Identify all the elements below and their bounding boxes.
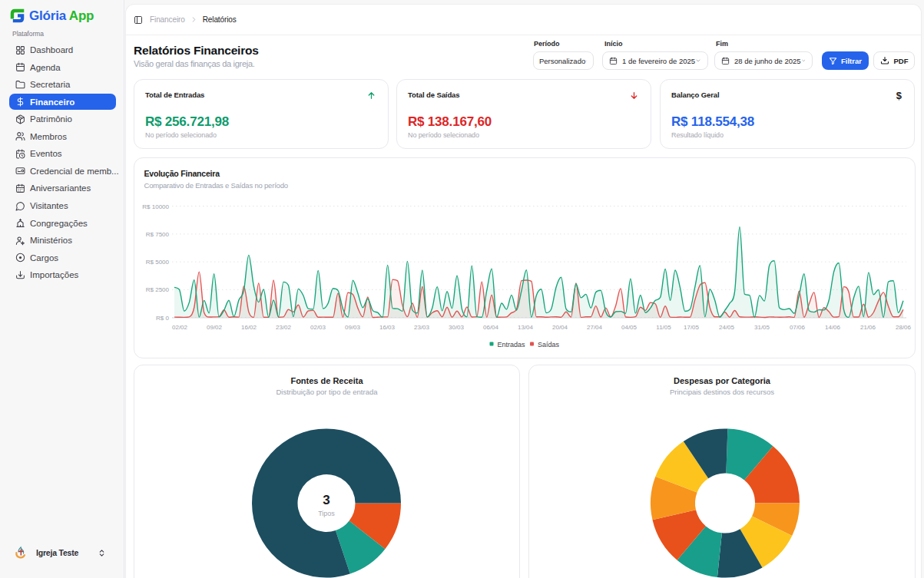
svg-text:R$ 0: R$ 0 bbox=[156, 315, 169, 322]
svg-text:04/05: 04/05 bbox=[621, 324, 638, 331]
svg-text:14/06: 14/06 bbox=[825, 324, 841, 331]
svg-text:R$ 7500: R$ 7500 bbox=[146, 231, 170, 238]
svg-text:R$ 2500: R$ 2500 bbox=[146, 286, 170, 293]
svg-text:13/04: 13/04 bbox=[518, 324, 534, 331]
svg-text:06/04: 06/04 bbox=[483, 324, 499, 331]
svg-text:09/02: 09/02 bbox=[207, 324, 223, 331]
svg-text:16/02: 16/02 bbox=[241, 324, 257, 331]
svg-text:21/06: 21/06 bbox=[860, 324, 876, 331]
svg-text:Tipos: Tipos bbox=[318, 510, 335, 517]
svg-text:R$ 10000: R$ 10000 bbox=[142, 203, 169, 210]
svg-text:R$ 5000: R$ 5000 bbox=[146, 259, 170, 266]
svg-text:28/06: 28/06 bbox=[896, 324, 912, 331]
svg-text:31/05: 31/05 bbox=[754, 324, 770, 331]
svg-text:07/06: 07/06 bbox=[790, 324, 806, 331]
svg-text:27/04: 27/04 bbox=[587, 324, 603, 331]
svg-text:16/03: 16/03 bbox=[379, 324, 396, 331]
svg-text:02/02: 02/02 bbox=[172, 324, 188, 331]
svg-text:17/05: 17/05 bbox=[684, 324, 700, 331]
svg-text:Entradas: Entradas bbox=[498, 341, 526, 348]
svg-text:30/03: 30/03 bbox=[449, 324, 465, 331]
svg-text:Saídas: Saídas bbox=[538, 341, 560, 348]
svg-text:23/02: 23/02 bbox=[276, 324, 292, 331]
svg-text:02/03: 02/03 bbox=[310, 324, 326, 331]
svg-text:20/04: 20/04 bbox=[552, 324, 568, 331]
svg-text:11/05: 11/05 bbox=[656, 324, 671, 331]
svg-text:23/03: 23/03 bbox=[414, 324, 430, 331]
svg-text:24/05: 24/05 bbox=[719, 324, 735, 331]
svg-text:3: 3 bbox=[323, 493, 330, 507]
svg-text:09/03: 09/03 bbox=[345, 324, 361, 331]
